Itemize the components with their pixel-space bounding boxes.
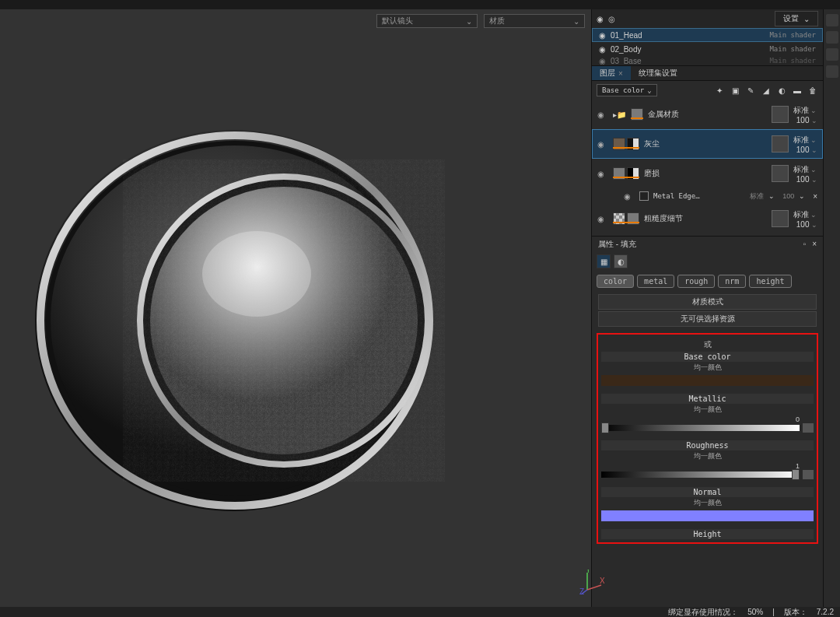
- eye-icon[interactable]: ◉: [597, 15, 604, 23]
- texture-set-item[interactable]: ◉02_BodyMain shader: [592, 42, 823, 56]
- metallic-label: Metallic: [601, 394, 814, 404]
- channel-chips: color metal rough nrm height: [592, 272, 823, 291]
- no-resource-label: 无可供选择资源: [598, 311, 817, 327]
- chip-height[interactable]: height: [749, 275, 791, 288]
- eye-icon[interactable]: ◉: [599, 45, 606, 54]
- undock-icon[interactable]: ▫: [803, 240, 807, 248]
- eye-icon[interactable]: ◉: [624, 192, 635, 201]
- axis-gizmo[interactable]: YXZ: [579, 570, 604, 594]
- eye-icon[interactable]: ◉: [599, 31, 606, 40]
- slider-reset-icon[interactable]: [803, 470, 814, 479]
- close-icon[interactable]: ×: [812, 240, 817, 248]
- paint-layer-icon[interactable]: ✎: [745, 85, 756, 96]
- close-icon[interactable]: ×: [813, 192, 817, 201]
- roughness-label: Roughness: [601, 440, 814, 450]
- effects-icon[interactable]: ✦: [714, 85, 725, 96]
- globe-icon[interactable]: [826, 31, 838, 44]
- normal-label: Normal: [601, 487, 814, 497]
- right-toolbar: [823, 9, 840, 608]
- basecolor-swatch[interactable]: [601, 375, 814, 386]
- layer-row[interactable]: ◉ ▸📁 金属材质 标准 ⌄100 ⌄: [592, 100, 823, 129]
- eye-icon[interactable]: ◉: [597, 170, 608, 178]
- settings-dropdown[interactable]: 设置⌄: [775, 11, 818, 26]
- layer-row[interactable]: ◉ Metal Edge… 标准⌄ 100⌄ ×: [592, 188, 823, 204]
- eye-icon[interactable]: ◉: [597, 140, 608, 149]
- mask-icon[interactable]: ▣: [730, 85, 740, 96]
- chevron-down-icon: ⌄: [573, 17, 579, 26]
- chevron-down-icon: ⌄: [466, 17, 472, 26]
- height-label: Height: [601, 529, 814, 539]
- texture-set-item[interactable]: ◉01_HeadMain shader: [592, 28, 823, 42]
- svg-text:Z: Z: [579, 587, 584, 594]
- roughness-slider[interactable]: [601, 472, 800, 478]
- svg-line-9: [587, 585, 601, 590]
- smart-material-icon[interactable]: ◐: [776, 85, 787, 96]
- fill-layer-icon[interactable]: ◢: [761, 85, 772, 96]
- folder-icon[interactable]: ▬: [792, 85, 803, 96]
- layer-stack: ◉ ▸📁 金属材质 标准 ⌄100 ⌄ ◉ 灰尘 标准 ⌄100 ⌄ ◉ 磨损 …: [592, 100, 823, 236]
- svg-text:X: X: [600, 577, 604, 585]
- svg-point-5: [150, 187, 418, 454]
- texture-set-item[interactable]: ◉03_BaseMain shader: [592, 56, 823, 65]
- chip-rough[interactable]: rough: [677, 275, 715, 288]
- delete-icon[interactable]: 🗑: [807, 85, 818, 96]
- chip-color[interactable]: color: [597, 275, 634, 288]
- log-icon[interactable]: [826, 65, 838, 78]
- normal-swatch[interactable]: [601, 510, 814, 521]
- svg-text:Y: Y: [586, 570, 591, 574]
- texture-set-list: ◉01_HeadMain shader ◉02_BodyMain shader …: [592, 28, 823, 65]
- layer-row[interactable]: ◉ 磨损 标准 ⌄100 ⌄: [592, 159, 823, 188]
- material-mode-label: 材质模式: [598, 294, 817, 310]
- chip-nrm[interactable]: nrm: [718, 275, 746, 288]
- properties-title: 属性 - 填充: [598, 239, 636, 250]
- eye-icon[interactable]: ◉: [599, 57, 606, 65]
- svg-point-6: [202, 231, 311, 317]
- close-icon[interactable]: ×: [618, 69, 623, 78]
- chip-metal[interactable]: metal: [637, 275, 674, 288]
- history-icon[interactable]: [826, 48, 838, 61]
- viewport-render: [31, 95, 467, 531]
- layer-row[interactable]: ◉ 粗糙度细节 标准 ⌄100 ⌄: [592, 204, 823, 233]
- camera-dropdown[interactable]: 默认镜头⌄: [376, 14, 478, 28]
- metallic-slider[interactable]: [601, 425, 800, 431]
- basecolor-label: Base color: [601, 352, 814, 362]
- camera-icon[interactable]: [826, 14, 838, 26]
- viewport-3d[interactable]: 默认镜头⌄ 材质⌄ YXZ: [0, 9, 591, 608]
- highlighted-region: 或 Base color 均一颜色 Metallic 均一颜色 0 Roughn…: [597, 333, 818, 544]
- tab-texture-set-settings[interactable]: 纹理集设置: [631, 66, 685, 80]
- status-bar: 绑定显存使用情况：50% | 版本：7.2.2: [0, 607, 840, 617]
- tab-layers[interactable]: 图层×: [592, 66, 631, 80]
- channel-dropdown[interactable]: Base color⌄: [597, 84, 657, 96]
- slider-reset-icon[interactable]: [803, 423, 814, 433]
- folder-icon: ▸📁: [613, 110, 626, 119]
- fill-tab-icon[interactable]: ▦: [597, 254, 611, 268]
- material-tab-icon[interactable]: ◐: [614, 254, 628, 268]
- eye-icon[interactable]: ◉: [597, 215, 608, 223]
- category-dropdown[interactable]: 材质⌄: [484, 14, 585, 28]
- eye-outline-icon[interactable]: ◎: [608, 15, 615, 23]
- layer-row[interactable]: ◉ 灰尘 标准 ⌄100 ⌄: [592, 129, 823, 159]
- or-label: 或: [601, 338, 814, 352]
- eye-icon[interactable]: ◉: [597, 110, 608, 119]
